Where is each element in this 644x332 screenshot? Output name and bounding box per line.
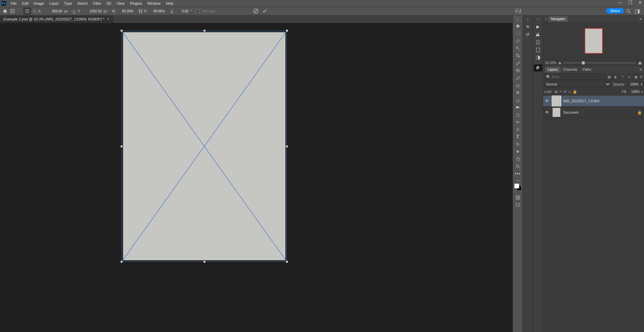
home-button[interactable] — [1, 8, 9, 14]
layer-visibility-icon[interactable]: 👁 — [544, 99, 550, 103]
dodge-tool[interactable] — [514, 118, 522, 125]
screen-mode-icon[interactable] — [514, 201, 522, 208]
menu-3d[interactable]: 3D — [104, 1, 114, 6]
channels-tab[interactable]: Channels — [560, 67, 580, 72]
menu-help[interactable]: Help — [163, 1, 176, 6]
reference-point-icon[interactable] — [23, 8, 31, 14]
layers-menu-icon[interactable]: ≡ — [639, 67, 642, 72]
pen-tool[interactable] — [514, 126, 522, 133]
histogram-panel-icon[interactable] — [534, 31, 542, 38]
opacity-dropdown-icon[interactable]: ▾ — [641, 82, 643, 87]
hand-tool[interactable] — [514, 155, 522, 162]
layer-name[interactable]: IMG_20220527_131804 — [563, 99, 643, 103]
opacity-input[interactable] — [627, 82, 639, 86]
window-close-icon[interactable]: ✕ — [638, 0, 642, 5]
transform-handle-bm[interactable] — [203, 261, 206, 263]
navigator-tab[interactable]: Navigator — [548, 16, 568, 22]
layer-name[interactable]: Document — [563, 111, 635, 114]
transform-handle-tm[interactable] — [203, 30, 206, 32]
zoom-out-icon[interactable] — [558, 62, 561, 64]
transform-h-input[interactable] — [149, 9, 166, 13]
canvas-area[interactable] — [0, 23, 513, 332]
eraser-tool[interactable] — [514, 96, 522, 103]
fill-input[interactable] — [628, 90, 640, 94]
quick-mask-icon[interactable] — [514, 194, 522, 201]
blend-mode-select[interactable]: Normal — [544, 81, 611, 87]
navigator-collapse-icon[interactable]: « — [545, 17, 547, 21]
col1-collapse-icon[interactable]: « — [527, 17, 529, 21]
swap-xy-icon[interactable]: △ — [70, 8, 78, 14]
lock-image-icon[interactable]: ✎ — [559, 90, 562, 94]
menu-layer[interactable]: Layer — [47, 1, 61, 6]
lock-transparency-icon[interactable]: ▦ — [554, 90, 558, 94]
transform-rotate-input[interactable] — [176, 9, 189, 13]
lock-position-icon[interactable]: ✥ — [564, 90, 567, 94]
navigator-thumbnail[interactable] — [585, 28, 603, 54]
menu-type[interactable]: Type — [61, 1, 75, 6]
transform-handle-mr[interactable] — [286, 145, 288, 148]
workspace-switcher-icon[interactable] — [634, 8, 641, 15]
shape-tool[interactable] — [514, 148, 522, 155]
eyedropper-tool[interactable] — [514, 59, 522, 66]
info-panel-icon[interactable] — [534, 39, 542, 46]
swap-colors-icon[interactable]: ⤺ — [517, 179, 519, 182]
filter-shape-icon[interactable]: ▭ — [627, 74, 632, 79]
layer-visibility-icon[interactable]: 👁 — [544, 110, 550, 115]
clone-stamp-tool[interactable] — [514, 81, 522, 89]
layer-kind-filter[interactable]: 🔍 — [544, 74, 605, 80]
toolbar-collapse-icon[interactable]: « — [517, 17, 519, 21]
lock-artboard-icon[interactable]: ▭ — [568, 90, 571, 94]
healing-brush-tool[interactable] — [514, 67, 522, 74]
menu-filter[interactable]: Filter — [90, 1, 104, 6]
filter-toggle[interactable] — [640, 75, 643, 78]
adjustments-panel-icon[interactable] — [534, 54, 542, 61]
gradient-tool[interactable] — [514, 104, 522, 111]
filter-smart-icon[interactable]: ▣ — [633, 74, 639, 79]
layer-thumbnail[interactable] — [552, 108, 560, 117]
quick-select-tool[interactable] — [514, 45, 522, 52]
lasso-tool[interactable] — [514, 37, 522, 44]
move-tool[interactable]: ✥ — [514, 22, 522, 30]
navigator-zoom-slider[interactable] — [563, 62, 636, 63]
transform-handle-tr[interactable] — [286, 30, 288, 32]
transform-handle-br[interactable] — [286, 261, 288, 263]
menu-view[interactable]: View — [114, 1, 127, 6]
fill-dropdown-icon[interactable]: ▾ — [641, 90, 643, 94]
layer-lock-icon[interactable]: 🔒 — [637, 110, 642, 115]
menu-window[interactable]: Window — [145, 1, 163, 6]
color-swatch[interactable] — [514, 183, 522, 191]
link-wh-icon[interactable]: ⛓ — [137, 8, 144, 14]
layer-thumbnail[interactable] — [552, 96, 560, 106]
brushes-panel-icon[interactable]: ≋ — [524, 23, 532, 30]
share-button[interactable]: Share — [606, 8, 624, 13]
menu-edit[interactable]: Edit — [19, 1, 31, 6]
warp-mode-icon[interactable] — [515, 8, 522, 14]
col2-collapse-icon[interactable]: « — [537, 17, 539, 21]
transform-handle-bl[interactable] — [120, 261, 123, 263]
marquee-tool[interactable] — [514, 30, 522, 37]
blur-tool[interactable] — [514, 111, 522, 118]
cancel-transform-button[interactable] — [252, 8, 260, 14]
navigator-body[interactable] — [543, 22, 644, 59]
zoom-tool[interactable] — [514, 163, 522, 170]
path-select-tool[interactable] — [514, 141, 522, 148]
layer-row[interactable]: 👁 Document 🔒 — [543, 107, 644, 118]
layers-tab[interactable]: Layers — [545, 67, 560, 72]
menu-image[interactable]: Image — [31, 1, 47, 6]
perspective-panel-icon[interactable]: P — [534, 64, 542, 71]
swatches-panel-icon[interactable]: ⇄ — [524, 31, 532, 38]
actions-panel-icon[interactable]: ▶ — [534, 23, 542, 30]
filter-pixel-icon[interactable]: ▦ — [606, 74, 612, 79]
paths-tab[interactable]: Paths — [580, 67, 594, 72]
rotate-icon[interactable]: ∠ — [168, 8, 176, 14]
filter-type-icon[interactable]: T — [620, 74, 625, 79]
crop-tool[interactable] — [514, 52, 522, 59]
close-tab-icon[interactable]: × — [107, 17, 109, 21]
type-tool[interactable]: T — [514, 133, 522, 140]
commit-transform-button[interactable] — [261, 8, 268, 14]
navigator-zoom-value[interactable]: 33.33% — [545, 61, 556, 65]
transform-x-input[interactable] — [43, 9, 63, 13]
brush-tool[interactable] — [514, 74, 522, 81]
search-icon[interactable] — [625, 8, 632, 15]
properties-panel-icon[interactable] — [534, 46, 542, 53]
